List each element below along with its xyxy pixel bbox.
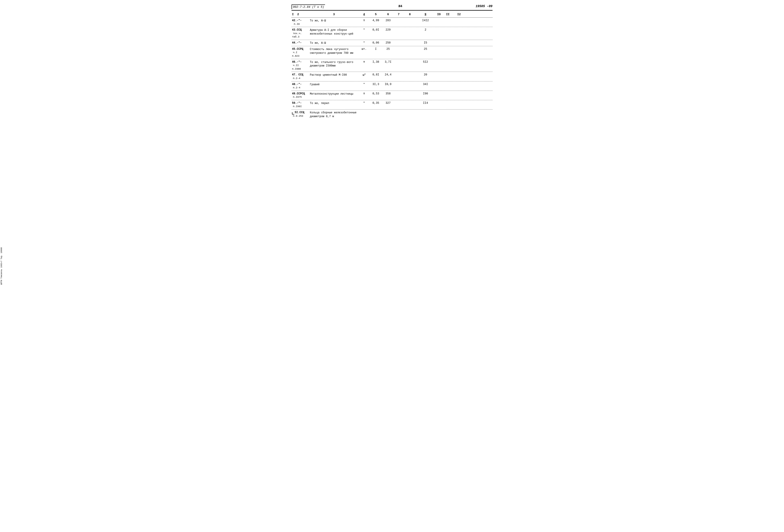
col-header-8: 8	[403, 12, 417, 17]
row-49-col4: т	[359, 92, 370, 95]
row-45-col5: I	[370, 48, 382, 51]
row-47-col5: 0,8I	[370, 73, 382, 76]
table-row: 48.-"- п.2-4 Гравий " 3I,3 I0,9 34I	[291, 82, 493, 91]
row-45-col9: 25	[417, 48, 435, 51]
doc-number: 902-7-2.84 (Т к 5)	[291, 4, 325, 9]
row-46-num: 46.-"- ч.IIп.I980	[291, 60, 309, 71]
column-headers: І 2 3 4 5 6 7 8 9 IO II I2	[291, 11, 493, 18]
row-50-col6: 327	[382, 101, 394, 105]
center-title: И4	[325, 4, 475, 8]
row-44-col5: 0,06	[370, 41, 382, 45]
row-48-col5: 3I,3	[370, 83, 382, 86]
row-49-num: 49.ССРСЦ п.I975	[291, 92, 309, 99]
row-50-desc: То же, перил	[309, 101, 359, 105]
row-50-num: 50.-"- п.I98I	[291, 101, 309, 109]
col-header-12b: I2	[452, 12, 466, 17]
table-row: 42.-"-п.I8 То же, А-Ш т 4,99 283 I4I2	[291, 18, 493, 27]
row-44-col9: I5	[417, 41, 435, 45]
top-header: 902-7-2.84 (Т к 5) И4 19505 -09	[291, 4, 493, 9]
row-45-col6: 25	[382, 48, 394, 51]
row-48-col6: I0,9	[382, 83, 394, 86]
row-46-col4: т	[359, 60, 370, 64]
row-42-col4: т	[359, 19, 370, 22]
row-44-col4: "	[359, 41, 370, 45]
row-48-num: 48.-"- п.2-4	[291, 83, 309, 90]
row-45-desc: Стоимость люка чугунного смотрового диам…	[309, 48, 359, 55]
col-header-6: 6	[382, 12, 394, 17]
row-46-desc: То же, стального грузо-вого диаметром I5…	[309, 60, 359, 68]
col-header-9: 9	[417, 12, 435, 17]
row-50-col5: 0,35	[370, 101, 382, 105]
row-42-desc: То же, А-Ш	[309, 19, 359, 23]
col-header-10: IO	[435, 12, 443, 17]
col-header-12: І 2	[291, 12, 309, 17]
row-50-col4: "	[359, 101, 370, 105]
col-header-7: 7	[394, 12, 403, 17]
row-42-num: 42.-"-п.I8	[291, 19, 309, 26]
row-43-col6: 229	[382, 28, 394, 31]
col-header-3: 3	[309, 12, 359, 17]
table-row: 49.ССРСЦ п.I975 Металлоконструкции лестн…	[291, 91, 493, 100]
col-header-4: 4	[359, 12, 370, 17]
table-row: 44.-"- То же, А-Ш " 0,06 250 I5	[291, 40, 493, 46]
row-46-col5: I,38	[370, 60, 382, 64]
row-44-desc: То же, А-Ш	[309, 41, 359, 45]
row-43-col5: 0,0I	[370, 28, 382, 31]
table-wrapper: І 2 3 4 5 6 7 8 9 IO II I2 42.-"-п.I8 То…	[291, 10, 493, 119]
row-47-col9: 20	[417, 73, 435, 76]
right-title: 19505 -09	[475, 4, 493, 8]
page-container: 902-7-2.84 (Т к 5) И4 19505 -09 І 2 3 4 …	[291, 4, 493, 119]
table-row: 45.ССРЦ ч.Iп.823 Стоимость люка чугунног…	[291, 46, 493, 59]
row-47-col4: м3	[359, 73, 370, 77]
table-body: 42.-"-п.I8 То же, А-Ш т 4,99 283 I4I2 43…	[291, 18, 493, 119]
col-header-5: 5	[370, 12, 382, 17]
row-42-col6: 283	[382, 19, 394, 22]
row-49-desc: Металлоконструкции лестницы	[309, 92, 359, 96]
row-49-col5: 0,53	[370, 92, 382, 95]
row-51-desc: Кольца сборные железобетонные диаметром …	[309, 111, 359, 118]
row-48-col9: 34I	[417, 83, 435, 86]
row-48-col4: "	[359, 83, 370, 86]
table-row: 5I.ССЦ п.9-253 Кольца сборные железобето…	[291, 110, 493, 119]
table-row: 43.ССЦ тех.ч.таб.3 Арматура А-I для сбор…	[291, 27, 493, 40]
row-50-col9: II4	[417, 101, 435, 105]
row-45-num: 45.ССРЦ ч.Iп.823	[291, 48, 309, 58]
row-47-col6: 24,4	[382, 73, 394, 76]
row-42-col5: 4,99	[370, 19, 382, 22]
row-42-col9: I4I2	[417, 19, 435, 22]
row-47-num: 47. ССЦ п.2-4	[291, 73, 309, 80]
row-46-col9: 5I2	[417, 60, 435, 64]
row-49-col6: 358	[382, 92, 394, 95]
row-46-col6: 3,7I	[382, 60, 394, 64]
row-43-desc: Арматура А-I для сборки железобетонных к…	[309, 28, 359, 36]
row-44-num: 44.-"-	[291, 41, 309, 45]
row-45-col4: шт.	[359, 48, 370, 51]
table-row: 47. ССЦ п.2-4 Раствор цементный М-I00 м3…	[291, 72, 493, 81]
row-43-col4: "	[359, 28, 370, 31]
row-43-num: 43.ССЦ тех.ч.таб.3	[291, 28, 309, 39]
row-43-col9: 2	[417, 28, 435, 31]
table-row: 46.-"- ч.IIп.I980 То же, стального грузо…	[291, 59, 493, 72]
table-row: 50.-"- п.I98I То же, перил " 0,35 327 II…	[291, 100, 493, 110]
row-44-col6: 250	[382, 41, 394, 45]
row-49-col9: I90	[417, 92, 435, 95]
row-48-desc: Гравий	[309, 83, 359, 87]
col-header-11: II	[443, 12, 452, 17]
row-47-desc: Раствор цементный М-I00	[309, 73, 359, 77]
row-51-num: 5I.ССЦ п.9-253	[291, 111, 309, 118]
